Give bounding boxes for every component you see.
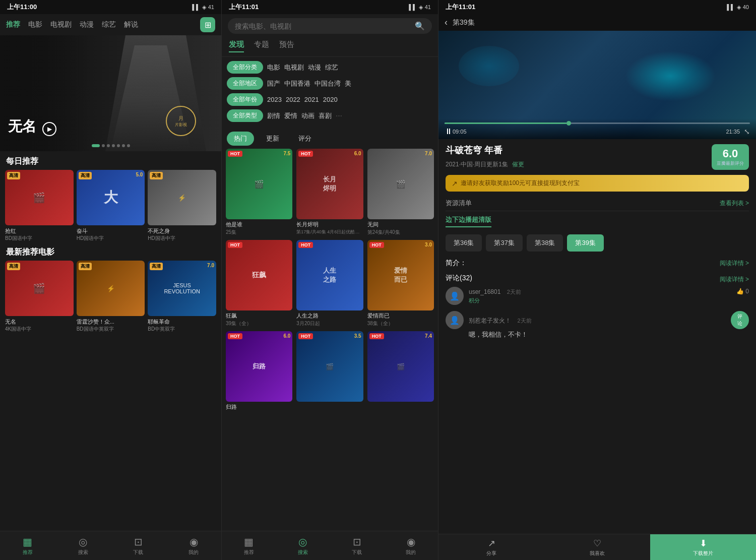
mid-card-6[interactable]: 爱情而已 HOT 3.0 爱情而已 38集（全） bbox=[367, 240, 434, 327]
mid-card-7[interactable]: 归路 HOT 6.0 归路 bbox=[226, 331, 292, 411]
filter-opt-anime[interactable]: 动漫 bbox=[308, 63, 321, 72]
dot-1 bbox=[92, 144, 100, 147]
desc-read-more[interactable]: 阅读详情 > bbox=[720, 259, 749, 268]
filter-tag-type[interactable]: 全部类型 bbox=[227, 109, 263, 122]
left-nav-search[interactable]: ◎ 搜索 bbox=[55, 531, 111, 560]
mid-score-2: 6.0 bbox=[354, 151, 361, 156]
filter-opt-animation[interactable]: 动画 bbox=[301, 111, 314, 120]
daily-sub-3: HD国语中字 bbox=[148, 235, 216, 242]
latest-movie-2[interactable]: ⚡ 高清 雷霆沙赞！众... BD国语中英双字 bbox=[77, 261, 145, 333]
daily-name-3: 不死之身 bbox=[148, 227, 216, 235]
search-submit-icon[interactable]: 🔍 bbox=[415, 21, 425, 31]
latest-info-3: 耶稣革命 BD中英双字 bbox=[148, 316, 216, 333]
mid-name-6: 爱情而已 bbox=[367, 310, 434, 320]
mid-sub-1: 25集 bbox=[226, 229, 292, 236]
search-input[interactable] bbox=[235, 22, 411, 30]
filter-opt-2022[interactable]: 2022 bbox=[286, 96, 300, 103]
nav-item-recommend[interactable]: 推荐 bbox=[6, 20, 20, 29]
hero-play-button[interactable]: ▶ bbox=[42, 122, 56, 136]
grid-menu-button[interactable]: ⊞ bbox=[200, 17, 215, 32]
filter-opt-hk[interactable]: 中国香港 bbox=[284, 79, 310, 88]
tab-discover[interactable]: 发现 bbox=[229, 40, 244, 52]
mid-card-9[interactable]: 🎬 HOT 7.4 bbox=[367, 331, 434, 411]
nav-item-tv[interactable]: 电视剧 bbox=[50, 20, 72, 29]
nav-item-variety[interactable]: 综艺 bbox=[102, 20, 116, 29]
filter-opt-romance[interactable]: 爱情 bbox=[284, 111, 297, 120]
sort-new[interactable]: 更新 bbox=[259, 132, 286, 146]
fullscreen-button[interactable]: ⤡ bbox=[744, 128, 750, 136]
filter-opt-2021[interactable]: 2021 bbox=[304, 96, 319, 103]
daily-movie-3[interactable]: ⚡ 高清 不死之身 HD国语中字 bbox=[148, 170, 216, 242]
mid-card-5[interactable]: 人生之路 HOT 人生之路 3月20日起 bbox=[296, 240, 363, 327]
filter-opt-2020[interactable]: 2020 bbox=[323, 96, 338, 103]
left-nav-download[interactable]: ⊡ 下载 bbox=[111, 531, 166, 560]
filter-opt-drama[interactable]: 剧情 bbox=[267, 111, 280, 120]
mid-mine-icon: ◉ bbox=[407, 536, 415, 548]
filter-opt-us[interactable]: 美 bbox=[345, 79, 351, 88]
comment-button-2[interactable]: 评论 bbox=[731, 311, 749, 329]
comment-user-2: 别惹老子发火！ bbox=[469, 317, 511, 324]
daily-name-1: 抢红 bbox=[5, 227, 74, 235]
filter-opt-more[interactable]: ⋯ bbox=[336, 112, 342, 119]
mid-card-8[interactable]: 🎬 HOT 3.5 bbox=[296, 331, 363, 411]
ep-btn-36[interactable]: 第36集 bbox=[446, 234, 482, 252]
pause-button[interactable]: ⏸ bbox=[445, 127, 453, 136]
share-button[interactable]: ↗ 分享 bbox=[438, 534, 544, 560]
latest-movie-3[interactable]: JESUSREVOLUTION 高清 7.0 耶稣革命 BD中英双字 bbox=[148, 261, 216, 333]
filter-tag-category[interactable]: 全部分类 bbox=[227, 61, 263, 74]
comment-like-1[interactable]: 👍 0 bbox=[736, 288, 749, 295]
filter-opt-domestic[interactable]: 国产 bbox=[267, 79, 280, 88]
search-bar[interactable]: 🔍 bbox=[228, 18, 432, 34]
daily-movie-1[interactable]: 🎬 高清 抢红 BD国语中字 bbox=[5, 170, 74, 242]
like-button[interactable]: ♡ 我喜欢 bbox=[544, 534, 650, 560]
tab-trailer[interactable]: 预告 bbox=[279, 40, 294, 52]
mid-card-1[interactable]: 🎬 HOT 7.5 他是谁 25集 bbox=[226, 149, 292, 236]
streaming-row: 边下边播超清版 bbox=[446, 211, 749, 229]
left-nav-recommend[interactable]: ▦ 推荐 bbox=[0, 531, 55, 560]
hd-badge-1: 高清 bbox=[7, 172, 20, 179]
hero-banner[interactable]: 无名 ▶ 月 片影视 bbox=[0, 35, 221, 151]
tab-topic[interactable]: 专题 bbox=[254, 40, 269, 52]
filter-opt-2023[interactable]: 2023 bbox=[267, 96, 282, 103]
resource-link[interactable]: 查看列表 > bbox=[720, 199, 749, 208]
latest-movie-1[interactable]: 🎬 高清 无名 4K国语中字 bbox=[5, 261, 74, 333]
video-player[interactable]: ⏸ 09:05 21:35 ⤡ bbox=[438, 31, 756, 139]
comment-read-more[interactable]: 阅读详情 > bbox=[720, 275, 749, 284]
mid-nav-mine[interactable]: ◉ 我的 bbox=[384, 531, 438, 560]
mid-card-3[interactable]: 🎬 7.0 无间 第24集/共40集 bbox=[367, 149, 434, 236]
drama-reward-banner[interactable]: ↗ 邀请好友获取奖励100元可直接提现到支付宝 bbox=[446, 175, 749, 192]
filter-tag-year[interactable]: 全部年份 bbox=[227, 93, 263, 106]
filter-opt-comedy[interactable]: 喜剧 bbox=[319, 111, 332, 120]
ep-btn-38[interactable]: 第38集 bbox=[527, 234, 563, 252]
download-full-button[interactable]: ⬇ 下载整片 bbox=[650, 534, 756, 560]
filter-opt-tv[interactable]: 电视剧 bbox=[284, 63, 304, 72]
sort-hot[interactable]: 热门 bbox=[227, 132, 254, 146]
nav-item-explain[interactable]: 解说 bbox=[124, 20, 138, 29]
video-progress-bar[interactable] bbox=[445, 122, 750, 124]
daily-movie-2[interactable]: 大 高清 5.0 奋斗 HD国语中字 bbox=[77, 170, 145, 242]
left-status-icons: ▌▌ ◈ 41 bbox=[192, 4, 214, 11]
mid-name-4: 狂飙 bbox=[226, 310, 292, 320]
mid-card-2[interactable]: 长月烬明 HOT 6.0 长月烬明 第17集/共40集 4月6日起优酷独播 bbox=[296, 149, 363, 236]
mid-nav-download[interactable]: ⊡ 下载 bbox=[330, 531, 384, 560]
filter-tag-region[interactable]: 全部地区 bbox=[227, 77, 263, 90]
streaming-badge[interactable]: 边下边播超清版 bbox=[446, 213, 491, 227]
filter-opt-movie[interactable]: 电影 bbox=[267, 63, 280, 72]
mid-nav-recommend[interactable]: ▦ 推荐 bbox=[222, 531, 276, 560]
filter-opt-variety[interactable]: 综艺 bbox=[325, 63, 338, 72]
ep-btn-37[interactable]: 第37集 bbox=[486, 234, 522, 252]
left-nav-mine[interactable]: ◉ 我的 bbox=[166, 531, 221, 560]
sort-score[interactable]: 评分 bbox=[291, 132, 319, 146]
mid-thumb-3: 🎬 bbox=[367, 149, 434, 219]
nav-item-movie[interactable]: 电影 bbox=[28, 20, 42, 29]
mid-card-4[interactable]: 狂飙 HOT 狂飙 39集（全） bbox=[226, 240, 292, 327]
mid-name-7: 归路 bbox=[226, 402, 292, 411]
mid-nav-search[interactable]: ◎ 搜索 bbox=[276, 531, 330, 560]
filter-opt-tw[interactable]: 中国台湾 bbox=[314, 79, 341, 88]
back-button[interactable]: ‹ bbox=[445, 17, 448, 28]
mid-recommend-icon: ▦ bbox=[244, 536, 254, 548]
nav-item-anime[interactable]: 动漫 bbox=[80, 20, 94, 29]
ep-btn-39[interactable]: 第39集 bbox=[567, 234, 603, 252]
drama-update-label[interactable]: 催更 bbox=[512, 160, 524, 169]
hot-badge-6: HOT bbox=[369, 242, 384, 248]
